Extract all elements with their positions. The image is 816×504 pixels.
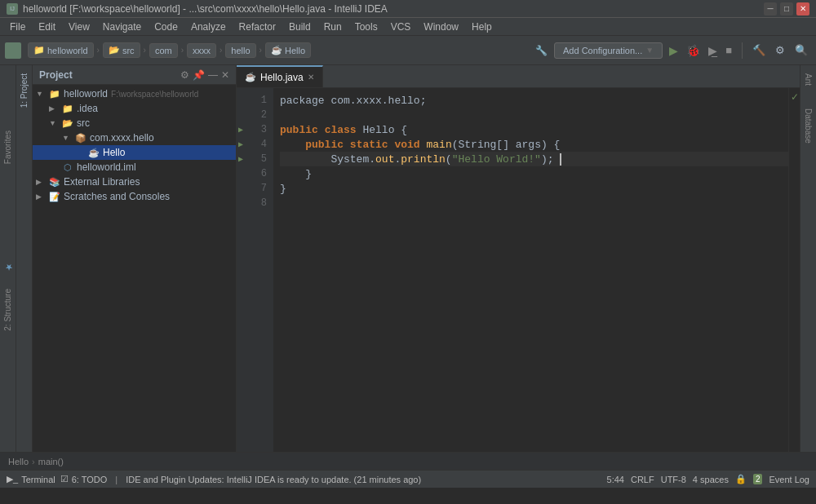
code-line-1: package com.xxxx.hello; [280,93,788,108]
code-content[interactable]: package com.xxxx.hello; public class Hel… [273,88,788,452]
menu-window[interactable]: Window [417,20,465,34]
panel-gear-icon[interactable]: ⚙ [180,69,189,81]
tree-arrow-src: ▼ [49,119,59,127]
breadcrumb-helloworld[interactable]: 📁 helloworld [28,42,94,58]
breadcrumb-Hello-label: Hello [285,46,305,55]
sidebar-database[interactable]: Database [802,104,814,148]
project-panel: Project ⚙ 📌 — ✕ ▼ 📁 helloworld F:\worksp… [33,65,237,452]
tree-item-package[interactable]: ▼ 📦 com.xxxx.hello [33,130,236,145]
cursor-position[interactable]: 5:44 [607,475,624,484]
tree-label-helloworld: helloworld [64,88,108,99]
tab-close-button[interactable]: ✕ [308,73,314,82]
panel-collapse-icon[interactable]: — [208,69,218,81]
line-separator[interactable]: CRLF [631,475,654,484]
menu-navigate[interactable]: Navigate [96,20,148,34]
tree-item-idea[interactable]: ▶ 📁 .idea [33,101,236,116]
line-gutter: 1 2 ▶ 3 ▶ 4 ▶ 5 6 7 8 [237,88,273,452]
favorites-label[interactable]: Favorites [3,130,12,164]
code-line-3: public class Hello { [280,122,788,137]
bottom-breadcrumb-bar: Hello › main() [0,452,816,470]
menu-view[interactable]: View [62,20,96,34]
status-bar: ▶_ Terminal ☑ 6: TODO | IDE and Plugin U… [0,470,816,488]
menu-build[interactable]: Build [282,20,317,34]
update-message: IDE and Plugin Updates: IntelliJ IDEA is… [126,475,421,484]
event-log-label[interactable]: Event Log [769,475,809,484]
line-num-5: ▶ 5 [237,152,273,166]
left-vertical-panel: Favorites ★ 2: Structure [0,65,16,452]
breadcrumb-hello[interactable]: hello [225,43,255,58]
breadcrumb-xxxx-label: xxxx [193,46,211,55]
breadcrumb-arrow-2: › [144,46,146,55]
maximize-button[interactable]: □ [780,2,793,15]
tab-hello-java[interactable]: ☕ Hello.java ✕ [237,65,323,87]
tree-item-ext-lib[interactable]: ▶ 📚 External Libraries [33,175,236,189]
sidebar-ant[interactable]: Ant [802,69,814,91]
add-config-arrow: ▼ [645,46,654,55]
structure-star-icon[interactable]: ★ [2,262,13,272]
tree-item-scratches[interactable]: ▶ 📝 Scratches and Consoles [33,189,236,204]
exec-arrow-5: ▶ [238,154,243,164]
menu-file[interactable]: File [3,20,32,34]
project-folder-icon: 📁 [48,87,61,100]
tab-java-icon: ☕ [245,72,256,82]
code-editor[interactable]: 1 2 ▶ 3 ▶ 4 ▶ 5 6 7 8 [237,88,800,452]
add-configuration-button[interactable]: Add Configuration... ▼ [554,42,663,59]
sidebar-item-project[interactable]: 1: Project [18,69,30,113]
debug-button[interactable]: 🐞 [683,42,703,59]
tree-label-scratches: Scratches and Consoles [64,191,170,202]
tree-item-src[interactable]: ▼ 📂 src [33,116,236,130]
breadcrumb-com[interactable]: com [149,43,178,58]
add-config-label: Add Configuration... [563,46,642,55]
encoding[interactable]: UTF-8 [661,475,686,484]
breadcrumb-hello-label: hello [231,46,250,55]
menu-help[interactable]: Help [465,20,499,34]
structure-label[interactable]: 2: Structure [3,289,12,331]
run-button[interactable]: ▶ [666,42,681,59]
menu-vcs[interactable]: VCS [384,20,418,34]
tree-item-iml[interactable]: ▶ ⬡ helloworld.iml [33,160,236,175]
menu-edit[interactable]: Edit [32,20,62,34]
close-button[interactable]: ✕ [796,2,809,15]
indent[interactable]: 4 spaces [693,475,729,484]
project-tree: ▼ 📁 helloworld F:\workspace\helloworld ▶… [33,85,236,452]
breadcrumb-arrow-1: › [97,46,100,55]
line-num-1: 1 [237,93,273,108]
tree-item-helloworld[interactable]: ▼ 📁 helloworld F:\workspace\helloworld [33,86,236,101]
line-num-7: 7 [237,181,273,196]
title-bar: IJ helloworld [F:\workspace\helloworld] … [0,0,816,18]
todo-button[interactable]: ☑ 6: TODO [60,474,108,484]
exec-arrow-4: ▶ [238,139,243,149]
breadcrumb-xxxx[interactable]: xxxx [187,43,216,58]
menu-code[interactable]: Code [148,20,184,34]
git-icon: 🔒 [735,474,747,484]
menu-run[interactable]: Run [317,20,348,34]
panel-pin-icon[interactable]: 📌 [193,69,205,81]
build-button[interactable]: 🔨 [749,42,769,58]
code-line-5: System.out.println("Hello World!"); [280,152,788,166]
coverage-button[interactable]: ▶̲ [705,42,721,59]
tree-label-package: com.xxxx.hello [90,132,154,144]
terminal-button[interactable]: ▶_ Terminal [7,474,55,484]
tree-label-ext-lib: External Libraries [64,176,140,188]
toolbar: 📁 helloworld › 📂 src › com › xxxx › hell… [0,36,816,65]
menu-bar: File Edit View Navigate Code Analyze Ref… [0,18,816,36]
settings-button[interactable]: ⚙ [772,42,788,58]
stop-button[interactable]: ■ [722,42,735,59]
tree-label-hello: Hello [103,147,125,158]
menu-refactor[interactable]: Refactor [233,20,282,34]
code-line-8 [280,196,788,210]
search-button[interactable]: 🔍 [792,42,811,58]
tab-hello-label: Hello.java [260,72,304,83]
menu-tools[interactable]: Tools [348,20,384,34]
exec-arrow-3: ▶ [238,125,243,135]
code-line-6: } [280,166,788,181]
tree-arrow-iml: ▶ [49,163,59,171]
tree-item-hello-java[interactable]: ▶ ☕ Hello [33,145,236,160]
line-num-3: ▶ 3 [237,122,273,137]
tree-arrow-idea: ▶ [49,104,59,113]
minimize-button[interactable]: ─ [764,2,777,15]
breadcrumb-Hello[interactable]: ☕ Hello [265,42,311,58]
panel-close-icon[interactable]: ✕ [221,69,229,81]
breadcrumb-src[interactable]: 📂 src [103,42,140,58]
menu-analyze[interactable]: Analyze [184,20,233,34]
